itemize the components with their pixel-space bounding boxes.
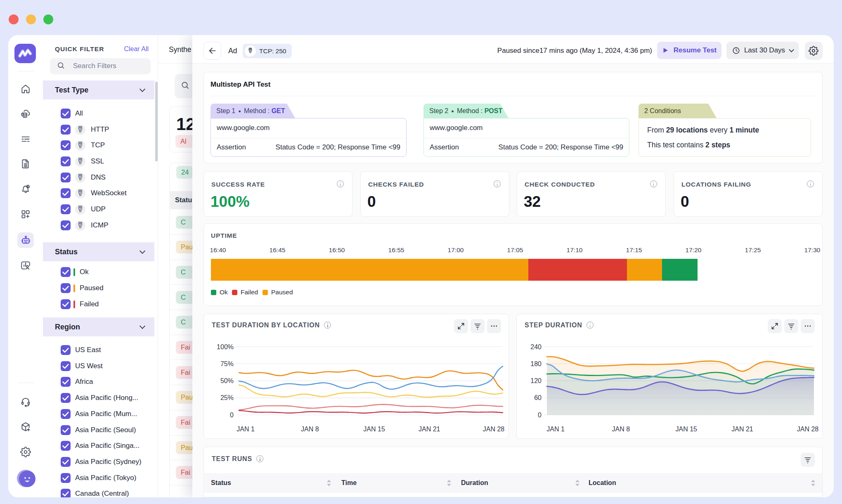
svg-text:0: 0 (538, 412, 542, 419)
svg-text:JAN 1: JAN 1 (546, 426, 565, 433)
svg-text:25%: 25% (220, 394, 234, 401)
svg-text:JAN 8: JAN 8 (612, 426, 630, 433)
svg-text:0: 0 (230, 412, 234, 419)
svg-text:100%: 100% (217, 343, 234, 350)
svg-text:JAN 15: JAN 15 (675, 426, 697, 433)
svg-text:JAN 1: JAN 1 (237, 426, 255, 433)
svg-text:JAN 21: JAN 21 (419, 426, 440, 433)
svg-text:75%: 75% (220, 360, 234, 367)
svg-text:180: 180 (530, 360, 542, 367)
svg-text:JAN 28: JAN 28 (483, 426, 505, 433)
svg-text:JAN 28: JAN 28 (797, 426, 819, 433)
svg-text:60: 60 (534, 394, 542, 401)
svg-text:240: 240 (530, 343, 542, 350)
svg-text:JAN 21: JAN 21 (731, 426, 753, 433)
svg-text:120: 120 (530, 377, 542, 384)
svg-text:50%: 50% (220, 377, 234, 384)
svg-text:JAN 15: JAN 15 (363, 426, 385, 433)
svg-text:JAN 8: JAN 8 (301, 426, 319, 433)
